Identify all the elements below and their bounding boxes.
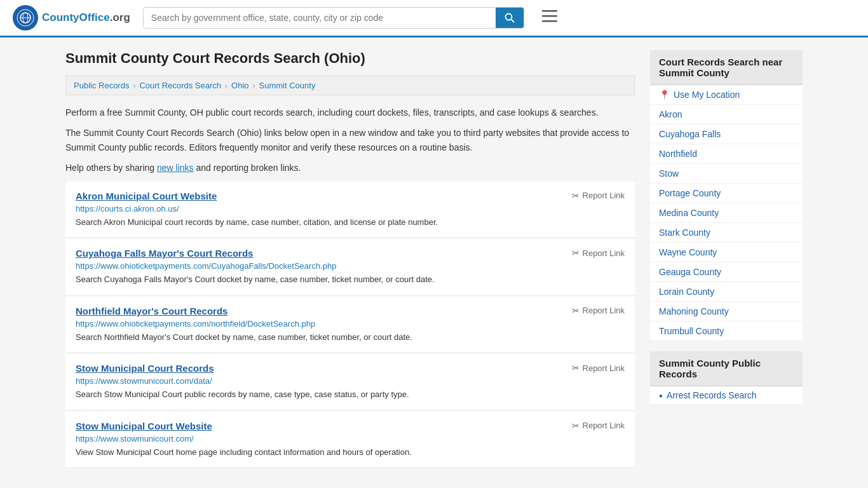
sidebar-nearby-item-9[interactable]: Lorain County <box>650 282 803 302</box>
description-3: Help others by sharing new links and rep… <box>65 161 635 175</box>
breadcrumb-public-records[interactable]: Public Records <box>74 81 129 90</box>
logo-icon <box>13 5 38 30</box>
sidebar-nearby-link-11[interactable]: Trumbull County <box>659 326 724 336</box>
sidebar-nearby-item-3[interactable]: Stow <box>650 164 803 184</box>
report-link-0[interactable]: ✂ Report Link <box>572 191 625 201</box>
record-title-3[interactable]: Stow Municipal Court Records <box>76 363 214 374</box>
sidebar-nearby-link-1[interactable]: Cuyahoga Falls <box>659 129 721 139</box>
sidebar-nearby-item-10[interactable]: Mahoning County <box>650 302 803 322</box>
report-label-2: Report Link <box>583 306 625 315</box>
sidebar-nearby-item-11[interactable]: Trumbull County <box>650 322 803 341</box>
report-label-0: Report Link <box>583 191 625 200</box>
record-desc-1: Search Cuyahoga Falls Mayor's Court dock… <box>76 273 625 286</box>
description-2: The Summit County Court Records Search (… <box>65 126 635 154</box>
report-icon-1: ✂ <box>572 248 580 258</box>
location-icon: 📍 <box>659 90 670 100</box>
report-label-1: Report Link <box>583 248 625 258</box>
sidebar-nearby-item-4[interactable]: Portage County <box>650 184 803 203</box>
report-icon-0: ✂ <box>572 191 580 201</box>
sidebar-nearby-item-0[interactable]: Akron <box>650 105 803 125</box>
report-icon-3: ✂ <box>572 363 580 373</box>
nearby-section: Court Records Search near Summit County … <box>650 50 803 341</box>
record-desc-4: View Stow Municipal Court home page incl… <box>76 446 625 459</box>
report-link-3[interactable]: ✂ Report Link <box>572 363 625 373</box>
sidebar-nearby-item-6[interactable]: Stark County <box>650 223 803 243</box>
sidebar-nearby-link-5[interactable]: Medina County <box>659 208 719 218</box>
report-link-1[interactable]: ✂ Report Link <box>572 248 625 258</box>
logo-text: CountyOffice.org <box>42 11 130 24</box>
breadcrumb-summit-county[interactable]: Summit County <box>259 81 316 90</box>
use-my-location-link[interactable]: Use My Location <box>674 90 740 100</box>
sidebar-pr-link-0[interactable]: Arrest Records Search <box>667 390 757 400</box>
breadcrumb-ohio[interactable]: Ohio <box>231 81 248 90</box>
record-desc-0: Search Akron Municipal court records by … <box>76 216 625 229</box>
search-input[interactable] <box>144 8 496 28</box>
sidebar-nearby-item-8[interactable]: Geauga County <box>650 262 803 282</box>
sub-dot-0: ● <box>659 392 663 399</box>
svg-line-5 <box>511 20 514 23</box>
svg-rect-6 <box>542 10 557 12</box>
record-url-2[interactable]: https://www.ohioticketpayments.com/north… <box>76 319 625 329</box>
nearby-title: Court Records Search near Summit County <box>650 50 803 85</box>
records-list: Akron Municipal Court Website ✂ Report L… <box>65 182 635 468</box>
svg-rect-7 <box>542 15 557 17</box>
svg-rect-8 <box>542 20 557 22</box>
sidebar-nearby-link-3[interactable]: Stow <box>659 168 679 179</box>
sidebar-nearby-link-9[interactable]: Lorain County <box>659 287 714 297</box>
report-label-4: Report Link <box>583 421 625 430</box>
record-entry: Cuyahoga Falls Mayor's Court Records ✂ R… <box>65 239 635 295</box>
sidebar-nearby-item-1[interactable]: Cuyahoga Falls <box>650 125 803 144</box>
report-icon-4: ✂ <box>572 421 580 431</box>
public-records-title: Summit County Public Records <box>650 351 803 386</box>
sidebar-nearby-link-10[interactable]: Mahoning County <box>659 306 729 316</box>
record-title-2[interactable]: Northfield Mayor's Court Records <box>76 306 227 316</box>
sidebar-nearby-link-8[interactable]: Geauga County <box>659 267 721 277</box>
hamburger-icon <box>542 10 557 23</box>
record-url-4[interactable]: https://www.stowmunicourt.com/ <box>76 434 625 444</box>
sidebar-nearby-item-7[interactable]: Wayne County <box>650 243 803 262</box>
report-link-4[interactable]: ✂ Report Link <box>572 421 625 431</box>
menu-button[interactable] <box>537 8 562 28</box>
record-entry: Stow Municipal Court Website ✂ Report Li… <box>65 412 635 468</box>
search-bar <box>143 7 524 29</box>
report-link-2[interactable]: ✂ Report Link <box>572 306 625 316</box>
sidebar-nearby-item-2[interactable]: Northfield <box>650 144 803 164</box>
report-icon-2: ✂ <box>572 306 580 316</box>
record-title-0[interactable]: Akron Municipal Court Website <box>76 191 217 201</box>
sidebar-nearby-link-0[interactable]: Akron <box>659 109 682 119</box>
record-url-1[interactable]: https://www.ohioticketpayments.com/Cuyah… <box>76 261 625 271</box>
record-entry: Stow Municipal Court Records ✂ Report Li… <box>65 354 635 410</box>
report-label-3: Report Link <box>583 363 625 373</box>
record-title-1[interactable]: Cuyahoga Falls Mayor's Court Records <box>76 248 253 259</box>
record-title-4[interactable]: Stow Municipal Court Website <box>76 421 212 431</box>
sidebar-nearby-link-6[interactable]: Stark County <box>659 227 710 238</box>
record-desc-2: Search Northfield Mayor's Court docket b… <box>76 331 625 344</box>
sidebar-nearby-link-7[interactable]: Wayne County <box>659 247 717 257</box>
record-entry: Northfield Mayor's Court Records ✂ Repor… <box>65 297 635 353</box>
record-entry: Akron Municipal Court Website ✂ Report L… <box>65 182 635 238</box>
use-my-location-item[interactable]: 📍 Use My Location <box>650 85 803 105</box>
breadcrumb-court-records[interactable]: Court Records Search <box>139 81 221 90</box>
description-1: Perform a free Summit County, OH public … <box>65 105 635 119</box>
record-url-0[interactable]: https://courts.ci.akron.oh.us/ <box>76 204 625 214</box>
page-title: Summit County Court Records Search (Ohio… <box>65 50 635 67</box>
search-button[interactable] <box>496 8 524 28</box>
logo[interactable]: CountyOffice.org <box>13 5 130 30</box>
sidebar-nearby-item-5[interactable]: Medina County <box>650 203 803 223</box>
breadcrumb: Public Records › Court Records Search › … <box>65 76 635 95</box>
search-icon <box>505 13 515 23</box>
new-links-link[interactable]: new links <box>157 163 194 173</box>
sidebar-nearby-link-2[interactable]: Northfield <box>659 149 697 159</box>
sidebar: Court Records Search near Summit County … <box>650 50 803 469</box>
svg-point-4 <box>505 14 512 20</box>
sidebar-pr-item-0[interactable]: ●Arrest Records Search <box>650 386 803 405</box>
public-records-section: Summit County Public Records ●Arrest Rec… <box>650 351 803 405</box>
record-desc-3: Search Stow Municipal Court public recor… <box>76 388 625 401</box>
record-url-3[interactable]: https://www.stowmunicourt.com/data/ <box>76 376 625 386</box>
sidebar-nearby-link-4[interactable]: Portage County <box>659 188 721 198</box>
